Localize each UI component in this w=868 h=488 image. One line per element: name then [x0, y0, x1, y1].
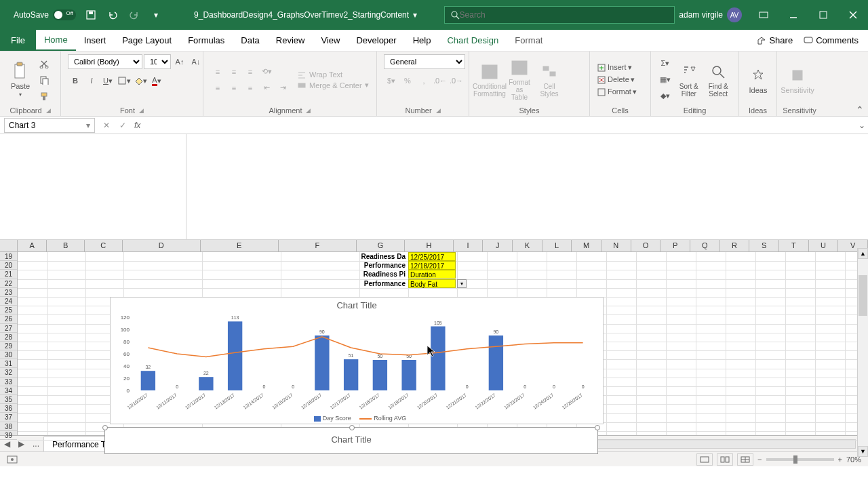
merge-center-button[interactable]: Merge & Center [309, 81, 362, 89]
enter-formula-icon[interactable]: ✓ [115, 118, 130, 133]
tab-home[interactable]: Home [36, 30, 76, 51]
row-header[interactable]: 23 [0, 288, 17, 297]
border-icon[interactable]: ▾ [117, 73, 132, 88]
col-header[interactable]: H [405, 240, 453, 251]
row-header[interactable]: 33 [0, 378, 17, 386]
align-left-icon[interactable]: ≡ [210, 81, 225, 96]
chart-title-2[interactable]: Chart Title [105, 428, 597, 447]
paste-button[interactable]: Paste ▾ [7, 60, 34, 99]
tab-formulas[interactable]: Formulas [180, 30, 233, 51]
row-header[interactable]: 25 [0, 306, 17, 314]
tab-data[interactable]: Data [233, 30, 267, 51]
page-break-view-icon[interactable] [737, 453, 753, 466]
normal-view-icon[interactable] [696, 453, 713, 466]
col-header[interactable]: J [483, 240, 513, 251]
row-header[interactable]: 22 [0, 279, 17, 288]
collapse-ribbon-icon[interactable]: ⌃ [856, 104, 864, 115]
number-launcher-icon[interactable]: ◢ [436, 107, 441, 114]
row-header[interactable]: 21 [0, 270, 17, 279]
currency-icon[interactable]: $▾ [384, 73, 399, 88]
row-header[interactable]: 31 [0, 359, 17, 368]
tab-developer[interactable]: Developer [348, 30, 404, 51]
save-icon[interactable] [81, 5, 100, 24]
increase-decimal-icon[interactable]: .0← [433, 73, 448, 88]
col-header[interactable]: C [85, 240, 123, 251]
fx-icon[interactable]: fx [134, 121, 140, 130]
row-header[interactable]: 36 [0, 404, 17, 413]
tab-review[interactable]: Review [268, 30, 313, 51]
account-button[interactable]: adam virgile AV [679, 7, 742, 22]
ideas-button[interactable]: Ideas [746, 64, 770, 96]
col-header[interactable]: F [279, 240, 357, 251]
font-launcher-icon[interactable]: ◢ [139, 107, 144, 114]
comma-icon[interactable]: , [416, 73, 431, 88]
col-header[interactable]: Q [690, 240, 720, 251]
find-select-button[interactable]: Find & Select [705, 61, 732, 99]
cell-value[interactable]: Duration [408, 270, 456, 279]
bold-button[interactable]: B [68, 73, 83, 88]
col-header[interactable]: E [201, 240, 279, 251]
col-header[interactable]: I [454, 240, 484, 251]
row-header[interactable]: 32 [0, 368, 17, 377]
format-painter-icon[interactable] [37, 89, 52, 104]
col-header[interactable]: G [357, 240, 405, 251]
cell-value[interactable]: 12/18/2017 [408, 261, 456, 270]
orientation-icon[interactable]: ⟲▾ [259, 64, 274, 79]
tab-page-layout[interactable]: Page Layout [114, 30, 180, 51]
increase-indent-icon[interactable]: ⇥ [275, 81, 290, 96]
vscroll-thumb[interactable] [859, 275, 867, 316]
row-header[interactable]: 20 [0, 261, 17, 270]
zoom-in-button[interactable]: + [838, 455, 842, 464]
tab-insert[interactable]: Insert [76, 30, 115, 51]
search-input[interactable] [460, 10, 669, 20]
fill-icon[interactable]: ▦▾ [658, 73, 673, 87]
comments-button[interactable]: Comments [804, 35, 859, 45]
col-header[interactable]: M [572, 240, 601, 251]
col-header[interactable]: L [542, 240, 572, 251]
align-middle-icon[interactable]: ≡ [226, 64, 241, 79]
number-format-select[interactable]: General [384, 54, 465, 69]
col-header[interactable]: D [123, 240, 201, 251]
tab-view[interactable]: View [313, 30, 348, 51]
scroll-up-icon[interactable]: ▲ [858, 248, 868, 259]
tab-nav-prev-icon[interactable]: ◀ [0, 439, 14, 449]
page-layout-view-icon[interactable] [717, 453, 733, 466]
tab-help[interactable]: Help [405, 30, 439, 51]
autosum-icon[interactable]: Σ▾ [658, 56, 673, 71]
clear-icon[interactable]: ◆▾ [658, 89, 673, 104]
zoom-slider[interactable] [766, 458, 834, 461]
decrease-indent-icon[interactable]: ⇤ [259, 81, 274, 96]
search-box[interactable] [444, 6, 675, 24]
record-macro-icon[interactable] [7, 455, 18, 464]
align-center-icon[interactable]: ≡ [226, 81, 241, 96]
row-header[interactable]: 38 [0, 422, 17, 431]
row-header[interactable]: 29 [0, 342, 17, 350]
name-box[interactable]: Chart 3▾ [4, 118, 95, 133]
font-color-icon[interactable]: A▾ [149, 73, 164, 88]
row-header[interactable]: 26 [0, 314, 17, 323]
col-header[interactable]: B [47, 240, 85, 251]
row-header[interactable]: 19 [0, 252, 17, 261]
row-header[interactable]: 35 [0, 395, 17, 404]
sensitivity-button[interactable]: Sensitivity [784, 64, 811, 96]
col-header[interactable]: T [779, 240, 809, 251]
row-header[interactable]: 34 [0, 386, 17, 395]
chart-object-selected[interactable]: Chart Title [104, 427, 598, 454]
shrink-font-icon[interactable]: A↓ [189, 54, 203, 69]
row-header[interactable]: 27 [0, 324, 17, 333]
redo-icon[interactable] [125, 5, 144, 24]
maximize-icon[interactable] [808, 0, 838, 30]
align-top-icon[interactable]: ≡ [210, 64, 225, 79]
clipboard-launcher-icon[interactable]: ◢ [46, 107, 51, 114]
row-header[interactable]: 28 [0, 333, 17, 342]
format-cells-button[interactable]: Format▾ [597, 87, 637, 97]
select-all-corner[interactable] [0, 240, 18, 251]
align-right-icon[interactable]: ≡ [243, 81, 258, 96]
share-button[interactable]: Share [757, 35, 793, 45]
autosave-toggle[interactable]: Off [53, 9, 76, 20]
col-header[interactable]: U [809, 240, 839, 251]
dropdown-arrow-icon[interactable]: ▾ [457, 279, 467, 288]
fill-color-icon[interactable]: ▾ [133, 73, 148, 88]
wrap-text-button[interactable]: Wrap Text [309, 70, 342, 79]
row-header[interactable]: 30 [0, 350, 17, 359]
